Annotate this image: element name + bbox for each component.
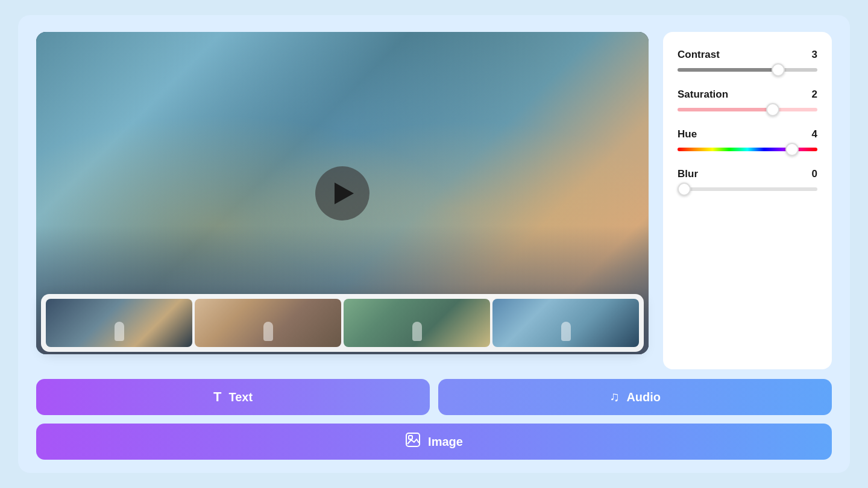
saturation-header: Saturation 2 xyxy=(678,89,817,101)
image-label: Image xyxy=(428,435,463,449)
saturation-control: Saturation 2 xyxy=(678,89,817,111)
filmstrip xyxy=(41,294,644,352)
saturation-label: Saturation xyxy=(678,89,728,101)
text-label: Text xyxy=(228,390,253,404)
saturation-slider[interactable] xyxy=(678,108,817,111)
app-container: Contrast 3 Saturation 2 xyxy=(18,15,850,473)
filmstrip-container xyxy=(36,294,649,352)
blur-label: Blur xyxy=(678,168,698,180)
blur-slider[interactable] xyxy=(678,187,817,191)
audio-icon: ♫ xyxy=(609,389,620,405)
btn-row-2: Image xyxy=(36,424,832,460)
video-section xyxy=(36,32,649,369)
btn-row-1: T Text ♫ Audio xyxy=(36,379,832,415)
thumbnail-1[interactable] xyxy=(46,299,192,347)
hue-label: Hue xyxy=(678,128,697,140)
contrast-header: Contrast 3 xyxy=(678,49,817,61)
blur-thumb[interactable] xyxy=(678,183,691,196)
controls-panel: Contrast 3 Saturation 2 xyxy=(663,32,832,369)
hue-header: Hue 4 xyxy=(678,128,817,140)
hue-thumb[interactable] xyxy=(785,143,799,156)
thumbnail-3[interactable] xyxy=(344,299,490,347)
text-button[interactable]: T Text xyxy=(36,379,430,415)
audio-button[interactable]: ♫ Audio xyxy=(438,379,832,415)
blur-header: Blur 0 xyxy=(678,168,817,180)
contrast-value: 3 xyxy=(812,49,817,61)
blur-value: 0 xyxy=(812,168,817,180)
bottom-buttons: T Text ♫ Audio Image xyxy=(36,379,832,460)
thumbnail-4[interactable] xyxy=(492,299,639,347)
contrast-thumb[interactable] xyxy=(772,63,785,77)
contrast-control: Contrast 3 xyxy=(678,49,817,72)
image-icon xyxy=(405,432,421,451)
main-row: Contrast 3 Saturation 2 xyxy=(36,32,832,369)
play-icon xyxy=(335,183,354,204)
text-icon: T xyxy=(213,389,221,405)
image-button[interactable]: Image xyxy=(36,424,832,460)
hue-slider[interactable] xyxy=(678,148,817,151)
contrast-slider[interactable] xyxy=(678,68,817,72)
audio-label: Audio xyxy=(626,390,661,404)
svg-rect-1 xyxy=(409,436,412,439)
thumbnail-2[interactable] xyxy=(195,299,341,347)
hue-value: 4 xyxy=(812,128,817,140)
contrast-label: Contrast xyxy=(678,49,720,61)
blur-control: Blur 0 xyxy=(678,168,817,191)
saturation-value: 2 xyxy=(812,89,817,101)
play-button[interactable] xyxy=(315,166,370,221)
hue-control: Hue 4 xyxy=(678,128,817,151)
saturation-thumb[interactable] xyxy=(766,103,779,116)
